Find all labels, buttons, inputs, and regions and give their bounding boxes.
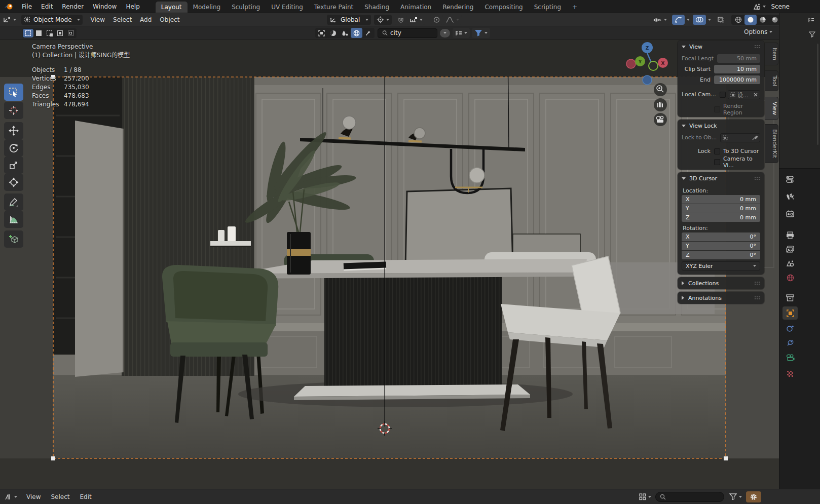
properties-tab-texture[interactable] [782, 367, 798, 380]
editor-type-button[interactable] [0, 16, 19, 23]
show-gizmo-toggle[interactable] [672, 15, 685, 25]
asset-list-dropdown[interactable] [453, 28, 470, 38]
gizmo-z-neg[interactable] [643, 75, 652, 85]
filter-dropdown[interactable] [472, 28, 490, 38]
display-mode-dropdown[interactable] [639, 493, 651, 500]
render-region-checkbox[interactable] [714, 106, 720, 112]
add-workspace-button[interactable]: + [567, 2, 583, 13]
bottom-search-input[interactable] [666, 493, 717, 500]
cursor-location-x[interactable]: X0 mm [682, 195, 760, 204]
select-mode-extend-button[interactable] [33, 29, 44, 37]
blenderkit-model-button[interactable] [316, 28, 327, 38]
n-tab-blenderkit[interactable]: BlenderKit [765, 124, 778, 163]
gizmo-x-neg[interactable] [626, 59, 636, 68]
shading-solid-button[interactable] [744, 15, 757, 25]
snap-settings-dropdown[interactable] [407, 15, 425, 25]
workspace-tab-shading[interactable]: Shading [359, 2, 395, 13]
tool-measure[interactable] [4, 211, 23, 228]
select-mode-invert-button[interactable] [55, 29, 65, 37]
menu-edit[interactable]: Edit [36, 3, 57, 10]
tool-annotate[interactable] [4, 193, 23, 211]
camera-to-view-checkbox[interactable] [714, 159, 720, 165]
workspace-tab-animation[interactable]: Animation [395, 2, 437, 13]
cursor-location-y[interactable]: Y0 mm [682, 204, 760, 213]
shelf[interactable] [210, 241, 251, 246]
zoom-button[interactable] [654, 83, 667, 96]
shading-material-button[interactable] [757, 15, 769, 25]
n-tab-tool[interactable]: Tool [765, 70, 778, 91]
overlays-dropdown-chevron[interactable] [708, 19, 711, 21]
n-tab-view[interactable]: View [765, 97, 778, 120]
blenderkit-logo-dropdown[interactable] [440, 29, 450, 37]
workspace-tab-scripting[interactable]: Scripting [529, 2, 567, 13]
menu-window[interactable]: Window [88, 3, 121, 10]
gizmo-y-pos[interactable] [649, 61, 658, 70]
workspace-tab-modeling[interactable]: Modeling [188, 2, 227, 13]
menu-render[interactable]: Render [57, 3, 88, 10]
xray-toggle[interactable] [715, 15, 727, 25]
snap-toggle[interactable] [395, 15, 407, 25]
clip-start-field[interactable]: 10 mm [714, 65, 760, 73]
drag-grip-icon[interactable] [754, 296, 760, 300]
bottom-editor-type-button[interactable] [0, 493, 21, 500]
lock-to-object-field[interactable] [720, 133, 760, 142]
blenderkit-search-input[interactable] [390, 29, 433, 36]
local-camera-object-field[interactable]: 设... [728, 90, 760, 99]
blender-logo-icon[interactable] [0, 3, 17, 10]
proportional-editing-toggle[interactable] [430, 15, 443, 25]
properties-tab-world[interactable] [782, 271, 798, 284]
cursor-rotation-z[interactable]: Z0° [682, 251, 760, 259]
viewport-menu-view[interactable]: View [87, 16, 109, 23]
wall-corner[interactable] [75, 121, 123, 377]
viewport-menu-object[interactable]: Object [156, 16, 183, 23]
clip-end-field[interactable]: 1000000 mm [714, 75, 760, 84]
tool-cursor[interactable] [4, 102, 23, 119]
cursor-location-z[interactable]: Z0 mm [682, 213, 760, 222]
blenderkit-scene-button[interactable] [339, 28, 351, 38]
tool-rotate[interactable] [4, 139, 23, 157]
properties-tab-scene[interactable] [782, 257, 798, 270]
workspace-tab-texture-paint[interactable]: Texture Paint [309, 2, 359, 13]
select-mode-intersect-button[interactable] [65, 29, 76, 37]
tool-transform[interactable] [4, 174, 23, 191]
workspace-tab-uv-editing[interactable]: UV Editing [266, 2, 309, 13]
mode-selector[interactable]: Object Mode [21, 15, 83, 25]
blenderkit-material-button[interactable] [327, 28, 339, 38]
workspace-tab-sculpting[interactable]: Sculpting [226, 2, 266, 13]
tool-add-cube[interactable] [4, 230, 23, 248]
blenderkit-search-box[interactable] [378, 28, 437, 38]
show-overlays-toggle[interactable] [693, 15, 706, 25]
focal-length-field[interactable]: 50 mm [717, 54, 760, 63]
panel-3d-cursor-header[interactable]: 3D Cursor [678, 172, 764, 184]
transform-orientation-dropdown[interactable]: Global [327, 15, 371, 25]
workspace-tab-layout[interactable]: Layout [156, 2, 188, 13]
properties-tab-tool[interactable] [782, 190, 798, 203]
viewport-menu-select[interactable]: Select [109, 16, 136, 23]
tool-select-box[interactable] [4, 84, 23, 101]
properties-tab-object[interactable] [782, 306, 798, 320]
bottom-menu-edit[interactable]: Edit [75, 493, 97, 500]
rotation-mode-dropdown[interactable]: XYZ Euler [682, 261, 760, 270]
properties-tab-physics[interactable] [782, 322, 798, 335]
properties-tab-collection[interactable] [782, 291, 798, 304]
tool-move[interactable] [4, 122, 23, 139]
eyedropper-icon[interactable] [752, 135, 758, 140]
glass-globe[interactable] [343, 116, 356, 129]
bottom-menu-select[interactable]: Select [46, 493, 74, 500]
properties-tab-object-data[interactable] [782, 351, 798, 364]
menu-file[interactable]: File [17, 3, 36, 10]
table-base[interactable] [324, 277, 502, 386]
to-3d-cursor-checkbox[interactable] [714, 148, 720, 154]
tool-scale[interactable] [4, 157, 23, 174]
local-camera-checkbox[interactable] [720, 92, 726, 98]
properties-editor-type-icon[interactable] [782, 173, 798, 186]
bottom-menu-view[interactable]: View [21, 493, 46, 500]
settings-gear-button[interactable] [746, 491, 761, 502]
scene-icon[interactable] [753, 3, 766, 10]
panel-view-header[interactable]: View [678, 41, 764, 53]
glass-globe[interactable] [469, 168, 484, 183]
cursor-rotation-y[interactable]: Y0° [682, 242, 760, 250]
properties-tab-output[interactable] [782, 228, 798, 242]
workspace-tab-compositing[interactable]: Compositing [479, 2, 528, 13]
scene-room[interactable] [53, 41, 747, 458]
